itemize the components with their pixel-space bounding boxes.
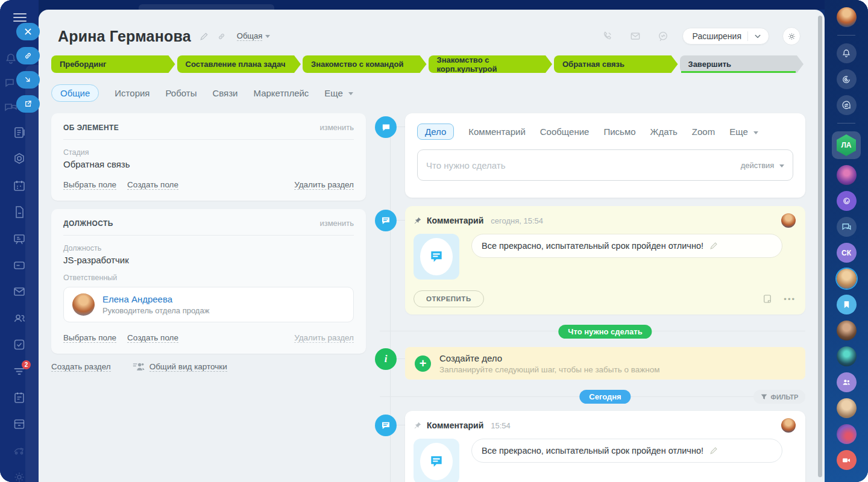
crm-target-button[interactable]	[837, 69, 857, 89]
unpin-button[interactable]: ОТКРЕПИТЬ	[414, 290, 484, 307]
tab-general[interactable]: Общие	[51, 84, 99, 102]
contact-avatar[interactable]	[837, 424, 857, 444]
composer-tab-wait[interactable]: Ждать	[650, 127, 678, 137]
responsible-person[interactable]: Елена Андреева Руководитель отдела прода…	[63, 287, 354, 322]
contact-avatar[interactable]	[837, 165, 857, 185]
more-actions-button[interactable]: •••	[784, 295, 796, 304]
storage-icon[interactable]	[12, 417, 27, 431]
contact-avatar[interactable]	[837, 398, 857, 418]
app-swirl-button[interactable]	[837, 191, 857, 211]
chat-reply-icon[interactable]	[655, 28, 671, 45]
create-field-link[interactable]: Создать поле	[127, 333, 178, 343]
info-icon: i	[375, 348, 397, 370]
link-icon[interactable]	[217, 32, 226, 41]
field-value[interactable]: Обратная связь	[63, 159, 354, 169]
mail-icon[interactable]	[627, 28, 644, 45]
chat-bubble-button[interactable]	[837, 217, 857, 237]
tab-more[interactable]: Еще	[324, 88, 353, 98]
menu-icon[interactable]	[13, 13, 27, 22]
edit-pencil-icon[interactable]	[709, 242, 718, 250]
todo-input[interactable]	[426, 160, 741, 171]
card-view-link[interactable]: Общий вид карточки	[149, 362, 227, 372]
author-avatar[interactable]	[781, 418, 796, 433]
stage-feedback[interactable]: Обратная связь	[554, 55, 678, 73]
tab-links[interactable]: Связи	[212, 88, 237, 98]
select-field-link[interactable]: Выбрать поле	[63, 180, 116, 190]
user-avatar[interactable]	[837, 7, 857, 27]
video-call-button[interactable]	[837, 450, 857, 470]
tasks-icon[interactable]	[12, 337, 27, 352]
stage-plan[interactable]: Составление плана задач	[177, 55, 301, 73]
actions-dropdown[interactable]: действия	[741, 161, 784, 170]
person-name[interactable]: Елена Андреева	[102, 294, 209, 304]
pipeline-selector[interactable]: Общая	[237, 31, 263, 41]
open-new-window-button[interactable]	[16, 95, 40, 113]
composer-tab-comment[interactable]: Комментарий	[468, 127, 525, 137]
contact-avatar[interactable]	[837, 321, 857, 340]
pin-icon[interactable]	[414, 421, 422, 430]
edit-link[interactable]: изменить	[319, 219, 354, 228]
funnel-icon	[761, 393, 767, 400]
notifications-button[interactable]	[837, 43, 857, 63]
mail-icon[interactable]	[12, 284, 27, 299]
author-avatar[interactable]	[781, 213, 796, 228]
field-value[interactable]: JS-разработчик	[63, 255, 354, 265]
composer-tab-message[interactable]: Сообщение	[540, 127, 590, 137]
planner-icon[interactable]	[12, 390, 27, 405]
contact-initials[interactable]: СК	[837, 243, 857, 263]
delete-section-link[interactable]: Удалить раздел	[294, 180, 354, 190]
scrollbar[interactable]	[818, 16, 822, 477]
card-icon[interactable]	[12, 258, 27, 272]
composer-tab-zoom[interactable]: Zoom	[692, 127, 715, 137]
create-field-link[interactable]: Создать поле	[127, 180, 178, 190]
comment-message: Все прекрасно, испытательный срок пройде…	[471, 234, 782, 258]
document-icon[interactable]	[12, 205, 27, 219]
phone-icon[interactable]	[599, 28, 616, 45]
bot-avatar[interactable]	[837, 346, 857, 366]
chat-exchange-button[interactable]	[837, 95, 857, 115]
avatar	[72, 293, 95, 316]
create-section-link[interactable]: Создать раздел	[51, 362, 111, 372]
date-badge[interactable]: Сегодня	[579, 390, 631, 404]
edit-title-icon[interactable]	[200, 32, 209, 41]
active-app-button[interactable]: ЛА	[832, 131, 861, 159]
stage-finish[interactable]: Завершить	[680, 55, 804, 73]
stage-culture[interactable]: Знакомство с корп.культурой	[429, 55, 553, 73]
composer-tab-more[interactable]: Еще	[729, 127, 758, 137]
delete-section-link[interactable]: Удалить раздел	[294, 333, 354, 343]
edit-pencil-icon[interactable]	[709, 446, 718, 455]
calendar-icon[interactable]	[12, 178, 27, 193]
tab-history[interactable]: История	[115, 88, 149, 98]
section-title: ДОЛЖНОСТЬ	[63, 219, 113, 228]
group-chat-button[interactable]	[837, 372, 857, 392]
crm-icon[interactable]	[12, 152, 27, 166]
news-filter-icon[interactable]: 2	[12, 364, 27, 378]
copy-link-button[interactable]	[16, 47, 40, 64]
minimize-button[interactable]	[16, 71, 40, 89]
filter-button[interactable]: ФИЛЬТР	[753, 390, 805, 404]
tab-robots[interactable]: Роботы	[166, 88, 197, 98]
tab-marketplace[interactable]: Маркетплейс	[253, 88, 309, 98]
stage-prebording[interactable]: Пребординг	[51, 55, 175, 73]
team-icon[interactable]	[12, 311, 27, 325]
copy-note-icon[interactable]	[762, 293, 773, 304]
create-deal-hint[interactable]: + Создайте дело Запланируйте следующий ш…	[405, 347, 805, 380]
plus-icon[interactable]: +	[415, 355, 431, 372]
settings-icon[interactable]	[12, 470, 27, 482]
stage-pipeline: Пребординг Составление плана задач Знако…	[51, 55, 804, 73]
feed-icon[interactable]	[12, 125, 27, 140]
bookmark-button[interactable]	[837, 295, 857, 315]
comment-bubble-icon	[420, 238, 453, 275]
extensions-button[interactable]: Расширения	[682, 28, 769, 45]
composer-tab-deal[interactable]: Дело	[417, 124, 454, 140]
select-field-link[interactable]: Выбрать поле	[63, 333, 116, 343]
timeline-connector	[397, 358, 405, 359]
stage-team[interactable]: Знакомство с командой	[303, 55, 427, 73]
sign-board-icon[interactable]	[12, 231, 27, 246]
automation-icon[interactable]	[12, 443, 27, 458]
edit-link[interactable]: изменить	[319, 123, 354, 132]
settings-gear-button[interactable]	[782, 27, 800, 45]
close-button[interactable]	[16, 23, 40, 40]
composer-tab-letter[interactable]: Письмо	[603, 127, 635, 137]
contact-avatar-online[interactable]	[837, 269, 857, 289]
